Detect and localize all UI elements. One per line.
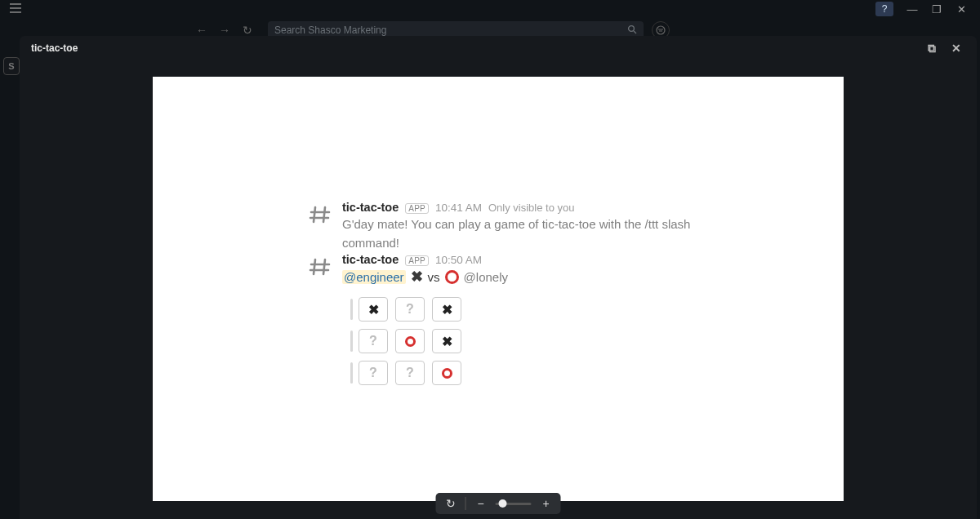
- cell-2-1[interactable]: ?: [395, 361, 425, 385]
- window-minimize[interactable]: —: [906, 3, 918, 16]
- ttt-board: ✖ ? ✖ ? ✖ ? ?: [350, 297, 692, 385]
- message-2: tic-tac-toe APP 10:50 AM @engineer ✖ vs …: [308, 253, 692, 393]
- overlay-header: tic-tac-toe ⧉ ✕: [20, 36, 977, 60]
- zoom-in[interactable]: +: [538, 495, 555, 512]
- overlay-title: tic-tac-toe: [31, 42, 78, 54]
- window-maximize[interactable]: ❐: [931, 3, 942, 16]
- hash-icon: [308, 202, 332, 227]
- player2-mention[interactable]: @lonely: [464, 270, 508, 284]
- board-row: ✖ ? ✖: [350, 297, 692, 322]
- o-symbol-icon: [445, 270, 459, 284]
- screenshot-page: tic-tac-toe APP 10:41 AM Only visible to…: [153, 77, 844, 501]
- app-badge: APP: [405, 203, 429, 214]
- player1-mention[interactable]: @engineer: [342, 270, 406, 284]
- cell-0-1[interactable]: ?: [395, 297, 425, 322]
- titlebar: ? — ❐ ✕: [0, 0, 980, 18]
- window-close[interactable]: ✕: [956, 3, 967, 16]
- vs-label: vs: [428, 270, 440, 284]
- board-row: ? ?: [350, 361, 692, 385]
- search-icon: [627, 24, 637, 37]
- cell-0-2[interactable]: ✖: [432, 297, 461, 322]
- cell-1-1[interactable]: [395, 329, 425, 353]
- svg-point-1: [657, 26, 665, 34]
- visibility-label: Only visible to you: [488, 202, 575, 214]
- board-row: ? ✖: [350, 329, 692, 353]
- app-badge: APP: [405, 255, 429, 266]
- workspace-switcher[interactable]: S: [3, 57, 20, 75]
- cell-1-2[interactable]: ✖: [432, 329, 461, 353]
- zoom-reset[interactable]: ↻: [443, 495, 459, 512]
- zoom-slider[interactable]: [496, 503, 532, 505]
- sender-name: tic-tac-toe: [342, 201, 399, 214]
- cell-2-2[interactable]: [432, 361, 461, 385]
- message-1: tic-tac-toe APP 10:41 AM Only visible to…: [308, 201, 692, 252]
- cell-2-0[interactable]: ?: [359, 361, 388, 385]
- zoom-thumb[interactable]: [499, 499, 507, 508]
- cell-1-0[interactable]: ?: [359, 329, 388, 353]
- timestamp: 10:50 AM: [435, 254, 482, 266]
- image-viewer-overlay: tic-tac-toe ⧉ ✕ tic-tac-toe APP 10:41 AM…: [20, 36, 977, 519]
- x-symbol-icon: ✖: [411, 268, 423, 286]
- message-text: G'day mate! You can play a game of tic-t…: [342, 215, 692, 252]
- sender-name: tic-tac-toe: [342, 253, 399, 266]
- search-placeholder: Search Shasco Marketing: [274, 24, 386, 36]
- overlay-close-icon[interactable]: ✕: [947, 39, 965, 57]
- zoom-out[interactable]: −: [473, 495, 489, 512]
- zoom-toolbar: ↻ − +: [436, 493, 561, 514]
- hamburger-icon[interactable]: [5, 3, 26, 16]
- players-line: @engineer ✖ vs @lonely: [342, 268, 692, 286]
- svg-point-0: [629, 25, 635, 31]
- timestamp: 10:41 AM: [435, 202, 482, 214]
- help-badge[interactable]: ?: [875, 2, 893, 16]
- viewer-area: tic-tac-toe APP 10:41 AM Only visible to…: [20, 60, 977, 519]
- cell-0-0[interactable]: ✖: [359, 297, 388, 322]
- hash-icon: [308, 255, 332, 279]
- open-external-icon[interactable]: ⧉: [923, 39, 941, 57]
